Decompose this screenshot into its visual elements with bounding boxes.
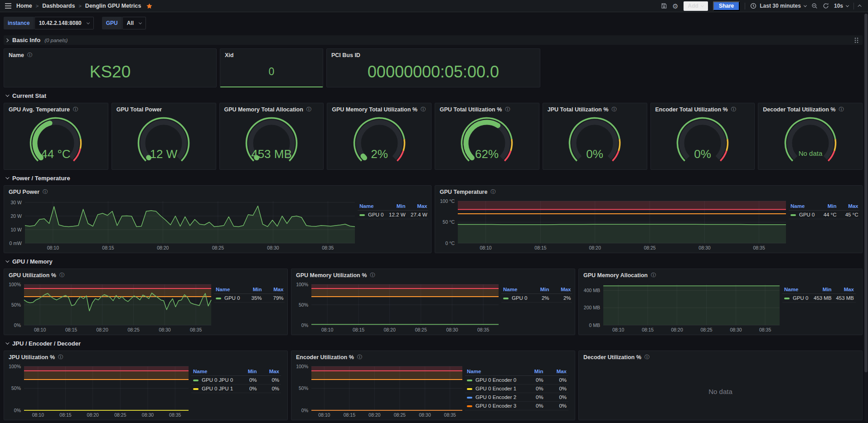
row-drag-handle-icon[interactable] [854,37,859,45]
info-icon[interactable]: ⓘ [370,273,375,278]
panel-title[interactable]: GPU Total Power [116,106,162,113]
panel-title[interactable]: GPU Memory Total Allocation [224,106,303,113]
menu-toggle-icon[interactable] [5,3,12,9]
section-gpu-memory[interactable]: GPU / Memory [4,256,863,266]
breadcrumb-dashboards[interactable]: Dashboards [42,3,75,9]
legend-header-name[interactable]: Name [191,368,236,376]
favorite-star-icon[interactable] [146,3,153,10]
panel-title[interactable]: GPU Avg. Temperature [9,106,70,113]
chart-plot[interactable]: 400 MB200 MB0 MB08:1008:1508:2008:2508:3… [581,281,781,333]
panel-title[interactable]: GPU Memory Allocation [583,272,648,279]
legend-header-min[interactable]: Min [386,203,407,211]
share-button[interactable]: Share [713,1,740,11]
info-icon[interactable]: ⓘ [59,273,65,278]
chart-area[interactable]: 100%50%0%08:1008:1508:2008:2508:3008:35 [293,363,464,418]
info-icon[interactable]: ⓘ [651,273,656,278]
panel-title[interactable]: JPU Utilization % [9,354,55,361]
legend-series-name[interactable]: GPU 0 Encoder 1 [465,385,522,393]
legend-series-name[interactable]: GPU 0 [782,294,811,303]
chart-area[interactable]: 400 MB200 MB0 MB08:1008:1508:2008:2508:3… [581,281,781,333]
chart-plot[interactable]: 100%50%0%08:1008:1508:2008:2508:3008:35 [6,363,190,418]
panel-title[interactable]: GPU Temperature [440,189,487,195]
legend-header-min[interactable]: Min [522,368,545,376]
chart-plot[interactable]: 30 W20 W10 W0 mW08:1008:1508:2008:2508:3… [6,197,357,251]
info-icon[interactable]: ⓘ [505,107,510,112]
info-icon[interactable]: ⓘ [421,107,426,112]
info-icon[interactable]: ⓘ [357,355,363,360]
legend-series-name[interactable]: GPU 0 Encoder 0 [465,376,522,385]
legend-header-max[interactable]: Max [264,286,285,294]
zoom-out-time-icon[interactable] [811,3,818,9]
gauge[interactable]: 12 W [112,115,216,168]
legend-series-name[interactable]: GPU 0 JPU 0 [191,376,236,385]
info-icon[interactable]: ⓘ [306,107,312,112]
panel-title[interactable]: Encoder Utilization % [296,354,354,361]
legend-header-min[interactable]: Min [236,368,258,376]
legend-series-name[interactable]: GPU 0 Encoder 2 [465,393,522,402]
chart-area[interactable]: 30 W20 W10 W0 mW08:1008:1508:2008:2508:3… [6,197,357,251]
info-icon[interactable]: ⓘ [731,107,737,112]
legend-series-name[interactable]: GPU 0 [214,294,242,303]
legend-series-name[interactable]: GPU 0 [501,294,529,303]
panel-title[interactable]: Xid [225,52,233,58]
legend-header-max[interactable]: Max [551,286,572,294]
chart-area[interactable]: 100%50%0%08:1008:1508:2008:2508:3008:35 [6,363,190,418]
refresh-interval-picker[interactable]: 10s [834,3,849,9]
legend-header-min[interactable]: Min [817,203,839,211]
legend-header-min[interactable]: Min [242,286,264,294]
gauge[interactable]: 44 °C [4,115,108,168]
legend-header-name[interactable]: Name [214,286,242,294]
breadcrumb-home[interactable]: Home [16,3,32,9]
chart-plot[interactable]: 100 °C50 °C0 °C08:1008:1508:2008:2508:30… [437,197,788,251]
chart-area[interactable]: 100%50%0%08:1008:1508:2008:2508:3008:35 [293,281,500,333]
scrollbar-thumb[interactable] [864,14,868,372]
panel-title[interactable]: GPU Total Utilization % [440,106,502,113]
info-icon[interactable]: ⓘ [43,189,48,195]
info-icon[interactable]: ⓘ [58,355,63,360]
legend-header-max[interactable]: Max [259,368,281,376]
panel-title[interactable]: GPU Power [9,189,39,195]
panel-title[interactable]: Decoder Total Utilization % [763,106,835,113]
gauge[interactable]: No data [758,115,862,168]
chart-area[interactable]: 100 °C50 °C0 °C08:1008:1508:2008:2508:30… [437,197,788,251]
variable-instance-value[interactable]: 10.42.2.148:8080 [34,17,94,29]
panel-title[interactable]: Encoder Total Utilization % [655,106,728,113]
gauge[interactable]: 0% [651,115,755,168]
legend-series-name[interactable]: GPU 0 [789,211,817,219]
section-jpu-encoder-decoder[interactable]: JPU / Encoder / Decoder [4,338,863,348]
legend-header-name[interactable]: Name [789,203,817,211]
info-icon[interactable]: ⓘ [839,107,844,112]
chart-plot[interactable]: 100%50%0%08:1008:1508:2008:2508:3008:35 [6,281,213,333]
chart-area[interactable]: 100%50%0%08:1008:1508:2008:2508:3008:35 [6,281,213,333]
info-icon[interactable]: ⓘ [490,189,496,195]
panel-title[interactable]: Name [9,52,24,58]
section-basic-info[interactable]: Basic Info (0 panels) [4,35,863,45]
time-range-picker[interactable]: Last 30 minutes [750,3,806,9]
add-button[interactable]: Add [684,1,708,11]
info-icon[interactable]: ⓘ [27,53,33,58]
section-power-temperature[interactable]: Power / Temperature [4,173,863,183]
legend-series-name[interactable]: GPU 0 JPU 1 [191,385,236,393]
info-icon[interactable]: ⓘ [645,355,650,360]
legend-header-min[interactable]: Min [811,286,833,294]
legend-header-max[interactable]: Max [407,203,428,211]
legend-header-name[interactable]: Name [465,368,522,376]
save-dashboard-icon[interactable] [661,3,667,9]
panel-title[interactable]: PCI Bus ID [331,52,360,58]
panel-title[interactable]: GPU Memory Utilization % [296,272,367,279]
chart-plot[interactable]: 100%50%0%08:1008:1508:2008:2508:3008:35 [293,363,464,418]
legend-header-min[interactable]: Min [529,286,551,294]
legend-header-name[interactable]: Name [358,203,386,211]
legend-header-max[interactable]: Max [839,203,859,211]
chart-plot[interactable]: 100%50%0%08:1008:1508:2008:2508:3008:35 [293,281,500,333]
gauge[interactable]: 0% [543,115,647,168]
legend-series-name[interactable]: GPU 0 [358,211,386,219]
section-current-stat[interactable]: Current Stat [4,91,863,101]
refresh-icon[interactable] [823,3,829,9]
legend-header-max[interactable]: Max [834,286,856,294]
legend-header-name[interactable]: Name [501,286,529,294]
gauge[interactable]: 453 MB [220,115,324,168]
panel-title[interactable]: GPU Memory Total Utilization % [332,106,417,113]
info-icon[interactable]: ⓘ [611,107,617,112]
collapse-nav-icon[interactable] [859,5,862,7]
